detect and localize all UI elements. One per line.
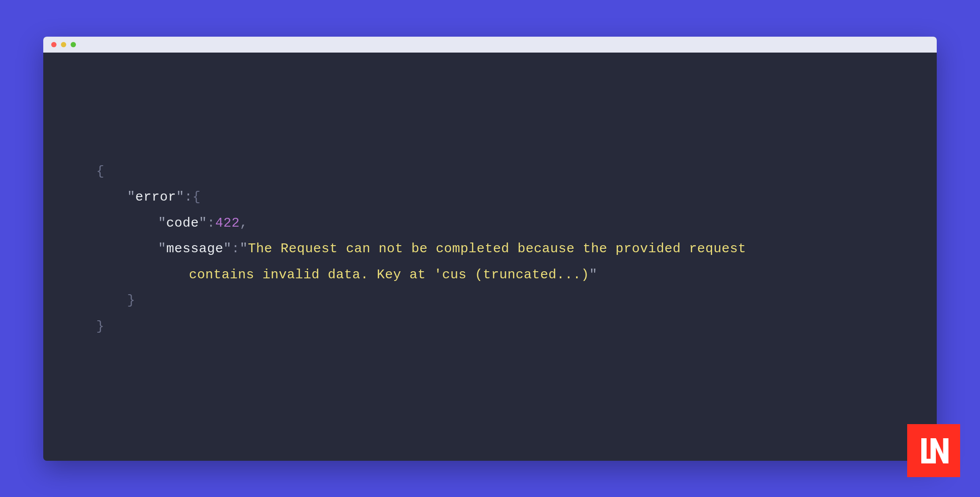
window-titlebar <box>43 37 937 53</box>
code-line: { <box>96 159 884 185</box>
ln-logo-icon <box>917 434 950 467</box>
logo-badge <box>907 424 960 477</box>
code-line: "error":{ <box>96 184 884 210</box>
maximize-icon[interactable] <box>71 42 76 47</box>
close-icon[interactable] <box>51 42 57 47</box>
traffic-lights <box>51 42 76 47</box>
code-editor: { "error":{ "code":422, "message":"The R… <box>43 53 937 340</box>
code-line: "message":"The Request can not be comple… <box>96 236 884 262</box>
minimize-icon[interactable] <box>61 42 66 47</box>
json-number: 422 <box>215 216 240 231</box>
code-window: { "error":{ "code":422, "message":"The R… <box>43 37 937 461</box>
code-line: contains invalid data. Key at 'cus (trun… <box>96 262 884 288</box>
code-line: } <box>96 314 884 340</box>
json-key: error <box>136 190 177 205</box>
json-string: The Request can not be completed because… <box>248 241 746 256</box>
json-string: contains invalid data. Key at 'cus (trun… <box>189 267 589 282</box>
code-line: "code":422, <box>96 210 884 236</box>
json-key: message <box>166 241 224 256</box>
code-line: } <box>96 288 884 314</box>
json-key: code <box>166 216 199 231</box>
